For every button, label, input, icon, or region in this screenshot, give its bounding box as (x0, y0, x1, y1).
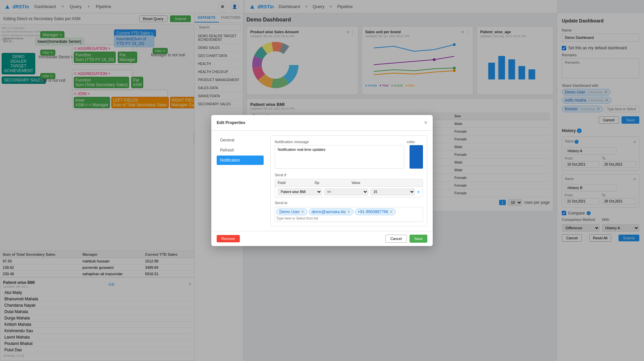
col-field: Field (275, 179, 312, 186)
col-add (386, 179, 423, 186)
modal-remove-button[interactable]: Remove (217, 235, 240, 242)
condition-table: Field Op Value Patient wise BMI == != > (275, 179, 423, 197)
modal-header: Edit Properties × (211, 115, 433, 131)
condition-op-select[interactable]: == != > < (324, 188, 368, 195)
modal-body: General Refresh Notification Notificatio… (211, 131, 433, 231)
modal-overlay[interactable]: Edit Properties × General Refresh Notifi… (0, 0, 644, 361)
notif-color-label: color (407, 140, 423, 144)
recipient-demo-user-label: Demo User (279, 209, 300, 214)
recipient-email-label: demo@asmaka.biz (312, 209, 346, 214)
notif-color-picker[interactable] (410, 145, 423, 169)
notification-message-col: Notification message Notification real-t… (275, 140, 404, 170)
col-value: Value (349, 179, 386, 186)
recipient-search-input[interactable] (276, 217, 421, 220)
remove-demo-user-recipient[interactable]: ✕ (301, 209, 304, 214)
modal-box: Edit Properties × General Refresh Notifi… (211, 115, 433, 246)
condition-value-select[interactable]: 15 20 25 (370, 188, 415, 195)
col-op: Op (312, 179, 349, 186)
condition-add-button[interactable]: + (417, 189, 420, 195)
modal-footer: Remove Cancel Save (211, 231, 433, 246)
remove-email-recipient[interactable]: ✕ (347, 209, 351, 214)
send-to-label: Send to (275, 201, 423, 205)
recipient-email: demo@asmaka.biz ✕ (309, 208, 354, 215)
recipient-phone: +91-9900887766 ✕ (355, 208, 396, 215)
notif-message-label: Notification message (275, 140, 404, 144)
modal-content-area: Notification message Notification real-t… (270, 135, 427, 226)
modal-sidebar-notification[interactable]: Notification (217, 156, 264, 165)
condition-row-1: Patient wise BMI == != > < 15 20 25 (275, 187, 423, 197)
modal-save-button[interactable]: Save (410, 235, 427, 243)
modal-title: Edit Properties (217, 120, 245, 125)
modal-cancel-button[interactable]: Cancel (385, 235, 407, 243)
modal-footer-right: Cancel Save (385, 235, 427, 243)
notif-color-col: color (407, 140, 423, 170)
recipient-phone-label: +91-9900887766 (358, 209, 388, 214)
condition-table-header: Field Op Value (275, 179, 423, 187)
condition-field-select[interactable]: Patient wise BMI (278, 188, 322, 195)
modal-close-button[interactable]: × (424, 120, 427, 126)
recipients-row: Demo User ✕ demo@asmaka.biz ✕ +91-990088… (275, 207, 423, 222)
modal-sidebar-refresh[interactable]: Refresh (217, 145, 264, 155)
send-if-label: Send if (275, 173, 423, 177)
recipient-demo-user: Demo User ✕ (276, 208, 307, 215)
notif-message-textarea[interactable]: Notification real-time updates (275, 145, 404, 169)
remove-phone-recipient[interactable]: ✕ (389, 209, 393, 214)
modal-sidebar-general[interactable]: General (217, 135, 264, 145)
notification-message-row: Notification message Notification real-t… (275, 140, 423, 170)
modal-sidebar: General Refresh Notification (217, 135, 267, 166)
